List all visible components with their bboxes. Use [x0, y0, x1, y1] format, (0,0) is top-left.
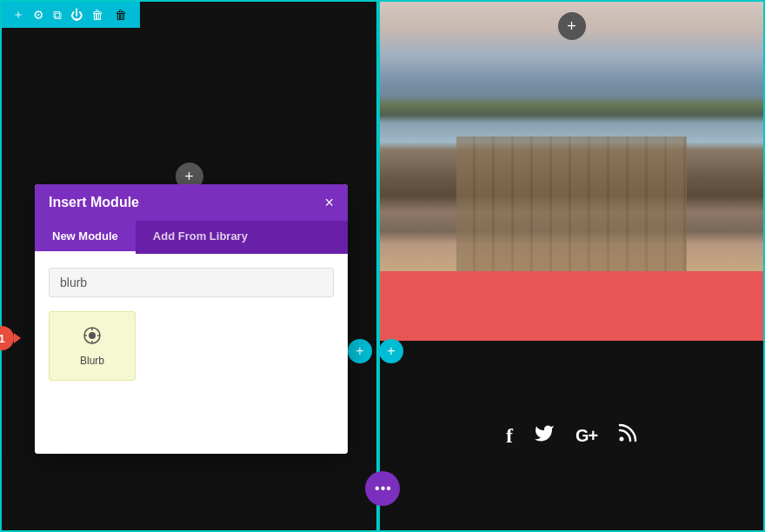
dialog-title: Insert Module [49, 195, 139, 210]
svg-rect-23 [448, 189, 452, 263]
svg-rect-29 [448, 206, 687, 209]
svg-marker-7 [380, 45, 763, 150]
layers-icon[interactable]: ⧉ [53, 8, 62, 23]
svg-point-31 [620, 437, 624, 442]
plus-icon: + [567, 17, 576, 36]
module-grid: Blurb [49, 311, 334, 381]
svg-rect-18 [708, 202, 715, 271]
row-badge-1: 1 [0, 326, 14, 350]
add-button-top-right[interactable]: + [558, 12, 586, 40]
googleplus-icon[interactable]: G+ [575, 426, 597, 446]
add-icon[interactable]: ＋ [12, 7, 24, 23]
svg-rect-30 [448, 223, 687, 227]
svg-rect-12 [380, 150, 763, 210]
svg-rect-22 [426, 257, 717, 268]
bottom-float-button[interactable]: ••• [365, 471, 400, 506]
svg-marker-11 [542, 56, 562, 69]
plus-icon: + [184, 168, 194, 186]
dialog-close-button[interactable]: × [324, 195, 334, 210]
svg-marker-10 [455, 70, 476, 82]
ellipsis-icon: ••• [375, 481, 392, 496]
tab-add-from-library[interactable]: Add From Library [136, 221, 265, 254]
module-search-input[interactable] [49, 268, 334, 297]
connector-add-button-2[interactable]: + [379, 339, 403, 363]
svg-marker-9 [404, 67, 763, 150]
rss-icon[interactable] [618, 423, 637, 448]
svg-rect-24 [474, 189, 478, 263]
trash-teal-icon[interactable]: 🗑 [112, 7, 130, 23]
svg-rect-27 [661, 189, 665, 263]
power-icon[interactable]: ⏻ [70, 8, 83, 22]
dialog-header: Insert Module × [35, 184, 348, 221]
connector-row: + + [348, 339, 403, 363]
left-panel: ＋ ⚙ ⧉ ⏻ 🗑 🗑 + Insert Module × New Module… [0, 0, 378, 532]
tab-new-module[interactable]: New Module [35, 221, 136, 254]
svg-rect-26 [635, 189, 639, 263]
svg-rect-17 [430, 202, 437, 271]
dialog-body: Blurb [35, 254, 348, 454]
trash-icon[interactable]: 🗑 [91, 8, 103, 22]
svg-rect-20 [426, 226, 717, 236]
gear-icon[interactable]: ⚙ [33, 8, 44, 22]
svg-rect-25 [500, 189, 504, 263]
blurb-icon [83, 326, 102, 349]
twitter-icon[interactable] [534, 423, 555, 448]
svg-rect-28 [687, 189, 691, 263]
blurb-module-item[interactable]: Blurb [49, 311, 136, 381]
svg-rect-21 [426, 242, 717, 252]
svg-point-1 [89, 332, 96, 339]
connector-add-button-1[interactable]: + [348, 339, 372, 363]
social-bar: f G+ [380, 341, 763, 530]
mountain-image [380, 2, 763, 271]
right-panel: + [378, 0, 765, 532]
insert-module-dialog: Insert Module × New Module Add From Libr… [35, 184, 348, 454]
svg-rect-19 [426, 210, 717, 221]
dialog-tabs: New Module Add From Library [35, 221, 348, 254]
red-strip [380, 271, 763, 341]
toolbar: ＋ ⚙ ⧉ ⏻ 🗑 🗑 [2, 2, 140, 28]
facebook-icon[interactable]: f [506, 424, 513, 448]
blurb-module-label: Blurb [80, 355, 104, 367]
svg-rect-16 [380, 210, 763, 271]
svg-marker-8 [380, 63, 763, 150]
page-wrapper: ＋ ⚙ ⧉ ⏻ 🗑 🗑 + Insert Module × New Module… [0, 0, 765, 532]
